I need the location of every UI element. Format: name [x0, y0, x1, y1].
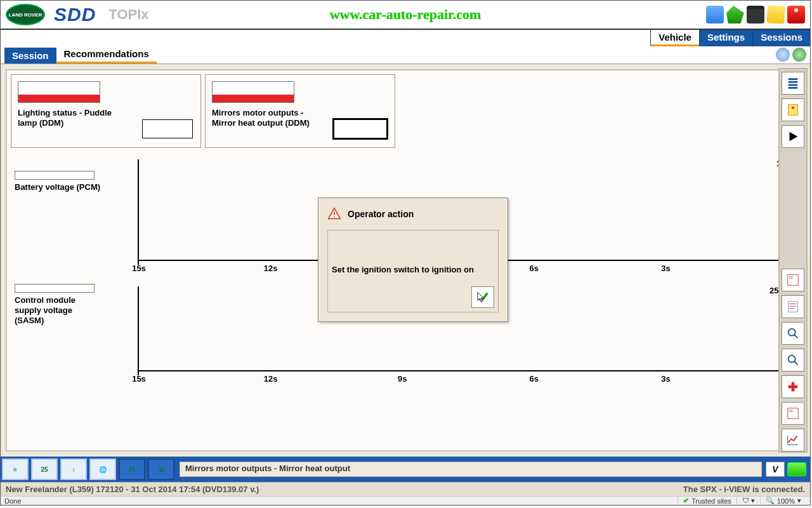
btool-speed2-button[interactable]: 25	[119, 458, 145, 480]
primary-nav: Vehicle Settings Sessions	[1, 30, 810, 46]
xtick: 12s	[264, 374, 278, 384]
subtab-recommendations[interactable]: Recommendations	[56, 46, 157, 64]
landrover-logo-text: LAND ROVER	[9, 12, 43, 18]
tool-graph-button[interactable]	[782, 429, 804, 451]
xtick: 12s	[264, 264, 278, 273]
btool-signals-button[interactable]: ≡	[2, 458, 29, 480]
card-label: Mirrors motor outputs - Mirror heat outp…	[212, 108, 310, 128]
browser-done: Done	[4, 497, 21, 505]
xtick: 15s	[132, 264, 146, 273]
zoom-value: 100%	[777, 497, 795, 505]
param-cards: Lighting status - Puddle lamp (DDM) Mirr…	[11, 74, 395, 148]
tool-speedo2-button[interactable]: 25	[782, 402, 804, 425]
param-box-battery[interactable]	[15, 171, 95, 180]
extinguisher-icon[interactable]	[787, 6, 805, 23]
bottom-toolbar: ≡ 25 ↕ 🌐 25 ⚙ Mirrors motor outputs - Mi…	[1, 457, 810, 482]
refresh-icon[interactable]	[792, 48, 806, 62]
status-right: The SPX - i-VIEW is connected.	[683, 485, 805, 494]
card-mirror-heat[interactable]: Mirrors motor outputs - Mirror heat outp…	[205, 74, 395, 148]
status-bar: New Freelander (L359) 172120 - 31 Oct 20…	[1, 482, 810, 496]
svg-rect-2	[789, 105, 798, 116]
minichart-icon	[212, 81, 294, 103]
sticky-note-icon[interactable]	[766, 5, 785, 23]
vbat-indicator: V	[766, 462, 785, 477]
btool-speed-button[interactable]: 25	[31, 458, 58, 480]
tool-zoom-graph-button[interactable]	[782, 322, 804, 345]
notebook-icon[interactable]	[747, 6, 764, 23]
xtick: 6s	[530, 264, 539, 273]
dialog-body: Set the ignition switch to ignition on	[327, 230, 499, 312]
secondary-nav: Session Recommendations	[1, 46, 810, 64]
svg-rect-1	[334, 217, 335, 218]
tab-vehicle[interactable]: Vehicle	[650, 30, 699, 46]
btool-module-button[interactable]: ⚙	[148, 458, 174, 480]
topix-label[interactable]: TOPIx	[108, 6, 148, 23]
operator-action-dialog: Operator action Set the ignition switch …	[318, 197, 508, 322]
param-box-control[interactable]	[15, 284, 95, 293]
oscilloscope-icon[interactable]	[706, 6, 724, 23]
dialog-message: Set the ignition switch to ignition on	[332, 265, 474, 274]
work-area: Lighting status - Puddle lamp (DDM) Mirr…	[6, 69, 805, 451]
warning-icon	[327, 207, 341, 221]
minichart-icon	[18, 81, 100, 103]
vehicle-icon[interactable]	[726, 6, 744, 23]
battery-icon	[787, 462, 806, 476]
param-label-battery: Battery voltage (PCM)	[15, 182, 100, 192]
xtick: 3s	[661, 374, 670, 384]
tool-play-button[interactable]	[782, 125, 804, 148]
print-icon[interactable]	[776, 48, 790, 62]
tool-speedo-button[interactable]: 25	[782, 269, 804, 291]
svg-text:25: 25	[789, 409, 793, 413]
right-toolbox: 25 25	[778, 68, 808, 453]
tool-zoom-button[interactable]	[782, 349, 804, 371]
landrover-logo: LAND ROVER	[6, 4, 45, 25]
card-lighting-status[interactable]: Lighting status - Puddle lamp (DDM)	[11, 74, 201, 148]
svg-rect-5	[789, 302, 798, 312]
browser-status-bar: Done ✔Trusted sites 🛡 ▾ 🔍 100% ▾	[1, 496, 810, 505]
security-zone-icon[interactable]: 🛡 ▾	[737, 497, 760, 505]
subtab-session[interactable]: Session	[4, 48, 56, 64]
xtick: 15s	[132, 374, 146, 384]
tool-add-button[interactable]	[782, 375, 804, 398]
sdd-logo: SDD	[54, 4, 96, 25]
watermark-url: www.car-auto-repair.com	[330, 6, 481, 23]
cursor-icon	[476, 291, 485, 303]
param-label-control: Control module supply voltage (SASM)	[15, 295, 103, 326]
tool-list-button[interactable]	[782, 72, 804, 95]
svg-rect-0	[334, 211, 335, 215]
status-left: New Freelander (L359) 172120 - 31 Oct 20…	[6, 485, 259, 494]
check-icon: ✔	[683, 497, 689, 505]
btool-updown-button[interactable]: ↕	[60, 458, 87, 480]
xtick: 9s	[398, 374, 407, 384]
tab-settings[interactable]: Settings	[699, 30, 752, 46]
card-label: Lighting status - Puddle lamp (DDM)	[18, 108, 116, 128]
work-wrap: Lighting status - Puddle lamp (DDM) Mirr…	[1, 64, 810, 457]
card-value-box	[332, 118, 388, 140]
tool-report-button[interactable]	[782, 295, 804, 318]
top-bar: LAND ROVER SDD TOPIx www.car-auto-repair…	[1, 1, 810, 30]
dialog-title: Operator action	[348, 209, 414, 219]
xtick: 6s	[530, 374, 539, 384]
top-icon-bar	[706, 6, 805, 23]
tool-save-button[interactable]	[782, 98, 804, 121]
svg-text:25: 25	[789, 276, 793, 279]
bottom-description: Mirrors motor outputs - Mirror heat outp…	[180, 462, 762, 477]
btool-globe-button[interactable]: 🌐	[89, 458, 116, 480]
card-value-box	[142, 119, 193, 138]
trusted-sites-label: Trusted sites	[691, 497, 731, 505]
zoom-control[interactable]: 🔍 100% ▾	[760, 497, 806, 505]
xtick: 3s	[661, 264, 670, 273]
tab-sessions[interactable]: Sessions	[752, 30, 810, 46]
app-window: LAND ROVER SDD TOPIx www.car-auto-repair…	[0, 0, 811, 505]
